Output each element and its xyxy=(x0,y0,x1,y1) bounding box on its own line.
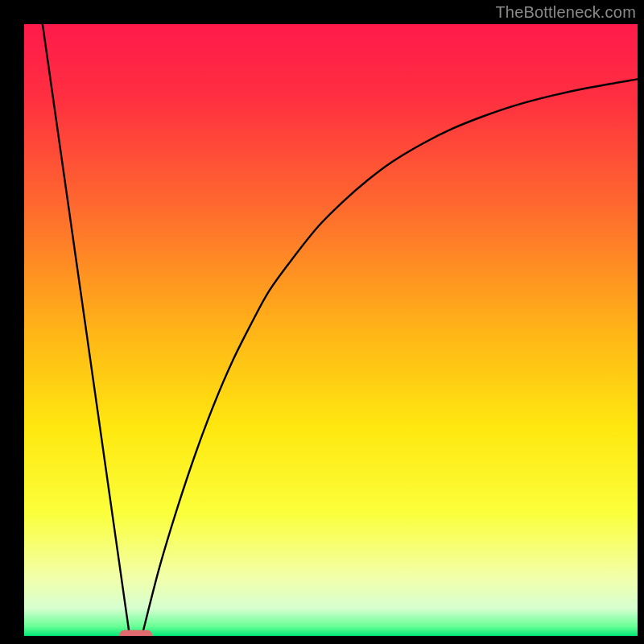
watermark-text: TheBottleneck.com xyxy=(495,3,636,22)
plot-area xyxy=(24,24,638,636)
pill-marker xyxy=(119,630,152,636)
marker-group xyxy=(119,630,152,636)
plot-svg xyxy=(24,24,638,636)
chart-frame: TheBottleneck.com xyxy=(0,0,644,644)
